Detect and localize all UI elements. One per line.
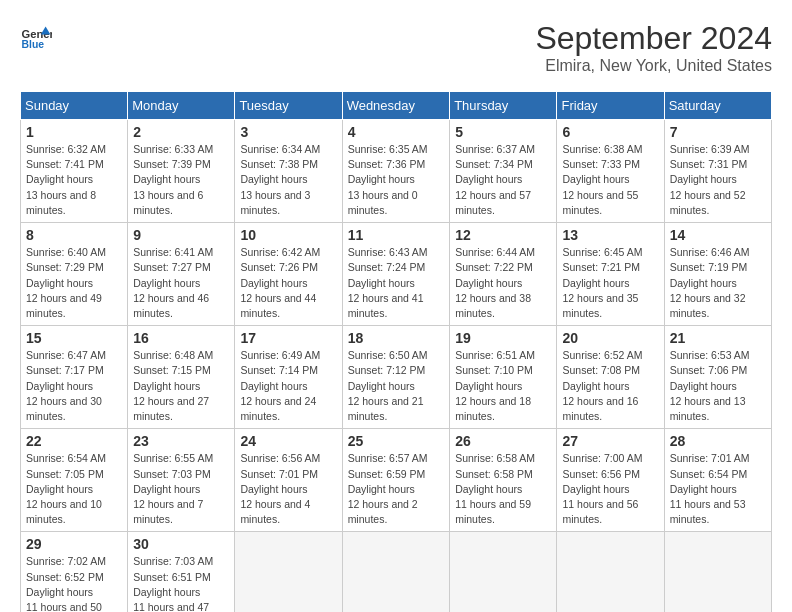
day-number: 13 (562, 227, 658, 243)
day-info: Sunrise: 6:43 AM Sunset: 7:24 PM Dayligh… (348, 245, 445, 321)
table-row: 22 Sunrise: 6:54 AM Sunset: 7:05 PM Dayl… (21, 429, 128, 532)
table-row: 16 Sunrise: 6:48 AM Sunset: 7:15 PM Dayl… (128, 326, 235, 429)
table-row: 5 Sunrise: 6:37 AM Sunset: 7:34 PM Dayli… (450, 120, 557, 223)
col-friday: Friday (557, 92, 664, 120)
day-number: 18 (348, 330, 445, 346)
day-number: 8 (26, 227, 122, 243)
table-row: 4 Sunrise: 6:35 AM Sunset: 7:36 PM Dayli… (342, 120, 450, 223)
day-number: 7 (670, 124, 766, 140)
col-tuesday: Tuesday (235, 92, 342, 120)
table-row: 26 Sunrise: 6:58 AM Sunset: 6:58 PM Dayl… (450, 429, 557, 532)
day-info: Sunrise: 6:58 AM Sunset: 6:58 PM Dayligh… (455, 451, 551, 527)
day-number: 29 (26, 536, 122, 552)
day-info: Sunrise: 6:56 AM Sunset: 7:01 PM Dayligh… (240, 451, 336, 527)
table-row: 18 Sunrise: 6:50 AM Sunset: 7:12 PM Dayl… (342, 326, 450, 429)
page-subtitle: Elmira, New York, United States (535, 57, 772, 75)
table-row: 29 Sunrise: 7:02 AM Sunset: 6:52 PM Dayl… (21, 532, 128, 612)
day-info: Sunrise: 6:37 AM Sunset: 7:34 PM Dayligh… (455, 142, 551, 218)
day-number: 2 (133, 124, 229, 140)
table-row: 27 Sunrise: 7:00 AM Sunset: 6:56 PM Dayl… (557, 429, 664, 532)
col-monday: Monday (128, 92, 235, 120)
day-number: 19 (455, 330, 551, 346)
day-info: Sunrise: 7:00 AM Sunset: 6:56 PM Dayligh… (562, 451, 658, 527)
day-info: Sunrise: 6:45 AM Sunset: 7:21 PM Dayligh… (562, 245, 658, 321)
col-thursday: Thursday (450, 92, 557, 120)
calendar-table: Sunday Monday Tuesday Wednesday Thursday… (20, 91, 772, 612)
title-section: September 2024 Elmira, New York, United … (535, 20, 772, 75)
table-row: 24 Sunrise: 6:56 AM Sunset: 7:01 PM Dayl… (235, 429, 342, 532)
table-row: 8 Sunrise: 6:40 AM Sunset: 7:29 PM Dayli… (21, 223, 128, 326)
day-number: 24 (240, 433, 336, 449)
day-info: Sunrise: 6:55 AM Sunset: 7:03 PM Dayligh… (133, 451, 229, 527)
calendar-week-row: 22 Sunrise: 6:54 AM Sunset: 7:05 PM Dayl… (21, 429, 772, 532)
table-row (557, 532, 664, 612)
day-number: 16 (133, 330, 229, 346)
day-info: Sunrise: 6:52 AM Sunset: 7:08 PM Dayligh… (562, 348, 658, 424)
day-info: Sunrise: 6:48 AM Sunset: 7:15 PM Dayligh… (133, 348, 229, 424)
svg-text:Blue: Blue (22, 39, 45, 50)
day-info: Sunrise: 6:53 AM Sunset: 7:06 PM Dayligh… (670, 348, 766, 424)
table-row: 14 Sunrise: 6:46 AM Sunset: 7:19 PM Dayl… (664, 223, 771, 326)
day-info: Sunrise: 6:41 AM Sunset: 7:27 PM Dayligh… (133, 245, 229, 321)
col-saturday: Saturday (664, 92, 771, 120)
calendar-week-row: 15 Sunrise: 6:47 AM Sunset: 7:17 PM Dayl… (21, 326, 772, 429)
col-wednesday: Wednesday (342, 92, 450, 120)
day-info: Sunrise: 6:47 AM Sunset: 7:17 PM Dayligh… (26, 348, 122, 424)
calendar-week-row: 1 Sunrise: 6:32 AM Sunset: 7:41 PM Dayli… (21, 120, 772, 223)
day-number: 5 (455, 124, 551, 140)
table-row: 12 Sunrise: 6:44 AM Sunset: 7:22 PM Dayl… (450, 223, 557, 326)
day-number: 23 (133, 433, 229, 449)
day-info: Sunrise: 6:39 AM Sunset: 7:31 PM Dayligh… (670, 142, 766, 218)
table-row: 28 Sunrise: 7:01 AM Sunset: 6:54 PM Dayl… (664, 429, 771, 532)
page-header: General Blue September 2024 Elmira, New … (20, 20, 772, 75)
table-row: 10 Sunrise: 6:42 AM Sunset: 7:26 PM Dayl… (235, 223, 342, 326)
table-row: 13 Sunrise: 6:45 AM Sunset: 7:21 PM Dayl… (557, 223, 664, 326)
day-info: Sunrise: 6:34 AM Sunset: 7:38 PM Dayligh… (240, 142, 336, 218)
day-number: 22 (26, 433, 122, 449)
day-number: 9 (133, 227, 229, 243)
day-number: 10 (240, 227, 336, 243)
day-info: Sunrise: 6:35 AM Sunset: 7:36 PM Dayligh… (348, 142, 445, 218)
day-info: Sunrise: 6:50 AM Sunset: 7:12 PM Dayligh… (348, 348, 445, 424)
day-info: Sunrise: 6:38 AM Sunset: 7:33 PM Dayligh… (562, 142, 658, 218)
calendar-header-row: Sunday Monday Tuesday Wednesday Thursday… (21, 92, 772, 120)
day-number: 27 (562, 433, 658, 449)
day-info: Sunrise: 6:49 AM Sunset: 7:14 PM Dayligh… (240, 348, 336, 424)
day-number: 15 (26, 330, 122, 346)
day-info: Sunrise: 7:02 AM Sunset: 6:52 PM Dayligh… (26, 554, 122, 612)
table-row: 6 Sunrise: 6:38 AM Sunset: 7:33 PM Dayli… (557, 120, 664, 223)
table-row: 25 Sunrise: 6:57 AM Sunset: 6:59 PM Dayl… (342, 429, 450, 532)
day-info: Sunrise: 6:33 AM Sunset: 7:39 PM Dayligh… (133, 142, 229, 218)
table-row: 20 Sunrise: 6:52 AM Sunset: 7:08 PM Dayl… (557, 326, 664, 429)
day-info: Sunrise: 6:44 AM Sunset: 7:22 PM Dayligh… (455, 245, 551, 321)
table-row: 2 Sunrise: 6:33 AM Sunset: 7:39 PM Dayli… (128, 120, 235, 223)
day-info: Sunrise: 6:40 AM Sunset: 7:29 PM Dayligh… (26, 245, 122, 321)
day-number: 21 (670, 330, 766, 346)
table-row: 3 Sunrise: 6:34 AM Sunset: 7:38 PM Dayli… (235, 120, 342, 223)
day-info: Sunrise: 6:51 AM Sunset: 7:10 PM Dayligh… (455, 348, 551, 424)
table-row: 23 Sunrise: 6:55 AM Sunset: 7:03 PM Dayl… (128, 429, 235, 532)
day-info: Sunrise: 6:46 AM Sunset: 7:19 PM Dayligh… (670, 245, 766, 321)
day-number: 3 (240, 124, 336, 140)
day-number: 14 (670, 227, 766, 243)
logo: General Blue (20, 20, 52, 52)
day-number: 6 (562, 124, 658, 140)
day-number: 11 (348, 227, 445, 243)
day-info: Sunrise: 6:57 AM Sunset: 6:59 PM Dayligh… (348, 451, 445, 527)
table-row: 1 Sunrise: 6:32 AM Sunset: 7:41 PM Dayli… (21, 120, 128, 223)
table-row (235, 532, 342, 612)
table-row: 17 Sunrise: 6:49 AM Sunset: 7:14 PM Dayl… (235, 326, 342, 429)
day-info: Sunrise: 6:54 AM Sunset: 7:05 PM Dayligh… (26, 451, 122, 527)
table-row: 15 Sunrise: 6:47 AM Sunset: 7:17 PM Dayl… (21, 326, 128, 429)
table-row: 19 Sunrise: 6:51 AM Sunset: 7:10 PM Dayl… (450, 326, 557, 429)
calendar-week-row: 8 Sunrise: 6:40 AM Sunset: 7:29 PM Dayli… (21, 223, 772, 326)
day-info: Sunrise: 6:32 AM Sunset: 7:41 PM Dayligh… (26, 142, 122, 218)
day-number: 12 (455, 227, 551, 243)
table-row (664, 532, 771, 612)
table-row: 9 Sunrise: 6:41 AM Sunset: 7:27 PM Dayli… (128, 223, 235, 326)
day-number: 20 (562, 330, 658, 346)
col-sunday: Sunday (21, 92, 128, 120)
table-row: 11 Sunrise: 6:43 AM Sunset: 7:24 PM Dayl… (342, 223, 450, 326)
table-row: 21 Sunrise: 6:53 AM Sunset: 7:06 PM Dayl… (664, 326, 771, 429)
day-info: Sunrise: 7:01 AM Sunset: 6:54 PM Dayligh… (670, 451, 766, 527)
